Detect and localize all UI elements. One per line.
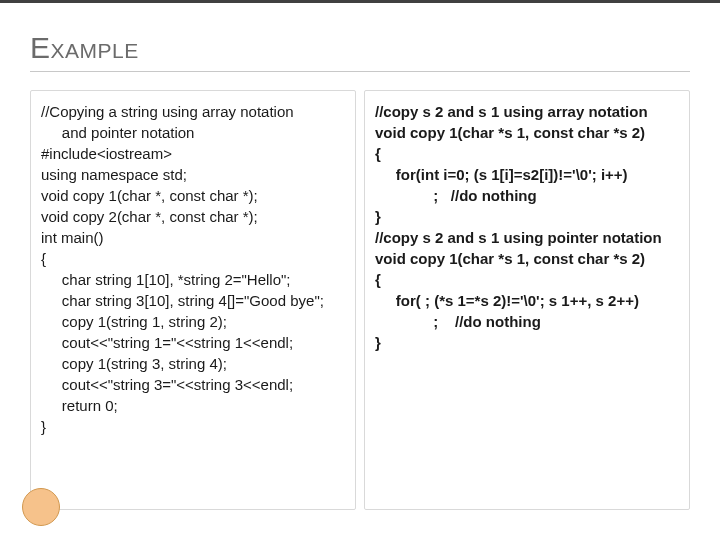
right-code-block: //copy s 2 and s 1 using array notation … — [364, 90, 690, 510]
slide: Example //Copying a string using array n… — [0, 0, 720, 540]
columns: //Copying a string using array notation … — [30, 90, 690, 510]
decorative-circle-icon — [22, 488, 60, 526]
slide-title: Example — [30, 31, 690, 72]
left-code-block: //Copying a string using array notation … — [30, 90, 356, 510]
